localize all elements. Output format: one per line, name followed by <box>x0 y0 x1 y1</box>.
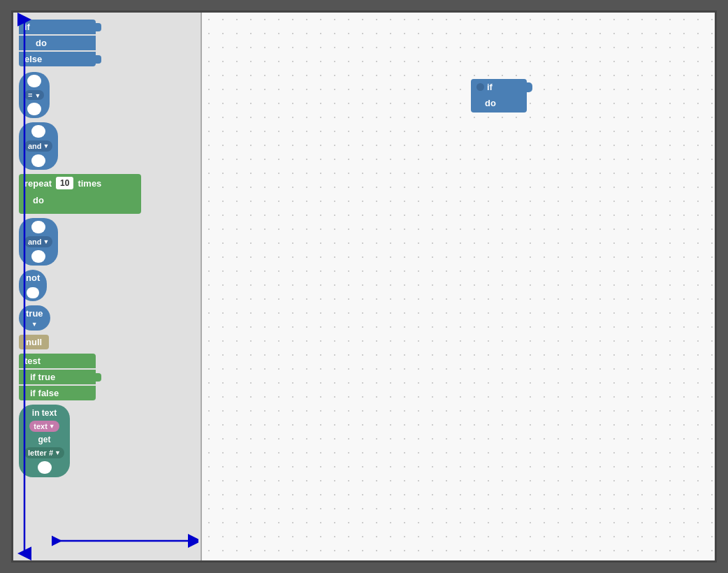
right-notch-if <box>94 23 101 31</box>
if-true-row: if true <box>19 370 96 384</box>
not-block[interactable]: not <box>19 270 47 301</box>
do-label: do <box>36 38 47 48</box>
null-label: null <box>26 337 42 347</box>
equals-block[interactable]: = ▼ <box>19 72 50 118</box>
left-slot <box>27 75 41 87</box>
canvas-if-block[interactable]: if do <box>471 79 527 113</box>
letter-slot[interactable]: letter # ▼ <box>24 447 64 458</box>
letter-dropdown-arrow[interactable]: ▼ <box>54 449 61 456</box>
repeat-do: do <box>19 192 141 208</box>
in-label: in text <box>32 408 57 418</box>
letter-label: letter # <box>28 449 53 457</box>
repeat-label: repeat <box>24 178 52 189</box>
right-slot <box>27 103 41 115</box>
and1-arrow[interactable]: ▼ <box>43 143 50 150</box>
and2-arrow[interactable]: ▼ <box>43 238 50 245</box>
text-value: text <box>34 422 48 430</box>
right-notch-else <box>94 55 101 64</box>
and1-left-slot <box>31 125 45 138</box>
and-block-1[interactable]: and ▼ <box>19 122 58 170</box>
intext-block[interactable]: in text text ▼ get letter # ▼ <box>19 405 70 477</box>
else-label: else <box>24 54 42 64</box>
if-false-row: if false <box>19 386 96 400</box>
and-block-2[interactable]: and ▼ <box>19 218 58 266</box>
sidebar: if do else = ▼ and ▼ <box>13 13 202 560</box>
true-block[interactable]: true ▼ <box>19 305 50 331</box>
canvas-area[interactable]: if do repeat 10 times do <box>202 13 715 560</box>
main-container: if do else = ▼ and ▼ <box>11 10 717 563</box>
times-label: times <box>78 178 101 189</box>
canvas-gear-icon <box>476 83 484 91</box>
true-label: true <box>26 308 43 319</box>
get-label: get <box>38 435 51 444</box>
repeat-num[interactable]: 10 <box>56 177 73 189</box>
not-label: not <box>26 273 40 283</box>
test-block[interactable]: test if true if false <box>19 354 96 400</box>
canvas-do-label: do <box>485 98 496 108</box>
if-do-else-block[interactable]: if do else <box>19 20 96 68</box>
repeat-block-sidebar[interactable]: repeat 10 times do <box>19 174 141 214</box>
end-slot <box>38 461 52 474</box>
repeat-bottom <box>19 208 141 214</box>
repeat-top: repeat 10 times <box>19 174 141 192</box>
null-block[interactable]: null <box>19 335 49 349</box>
and2-left-slot <box>31 221 45 233</box>
true-dropdown-arrow[interactable]: ▼ <box>31 321 38 328</box>
and1-dropdown[interactable]: and ▼ <box>24 140 52 152</box>
eq-symbol[interactable]: = ▼ <box>24 90 44 100</box>
canvas-if-notch <box>525 82 532 92</box>
test-row: test <box>19 354 96 368</box>
text-dropdown-arrow[interactable]: ▼ <box>49 423 55 430</box>
eq-dropdown-arrow[interactable]: ▼ <box>35 92 41 99</box>
horizontal-arrow <box>52 534 198 548</box>
and2-dropdown[interactable]: and ▼ <box>24 236 52 247</box>
text-slot[interactable]: text ▼ <box>29 421 59 432</box>
canvas-if-label: if <box>487 82 493 92</box>
not-slot <box>27 287 39 298</box>
and2-right-slot <box>31 250 45 263</box>
and1-right-slot <box>31 154 45 167</box>
if-label: if <box>24 22 30 32</box>
